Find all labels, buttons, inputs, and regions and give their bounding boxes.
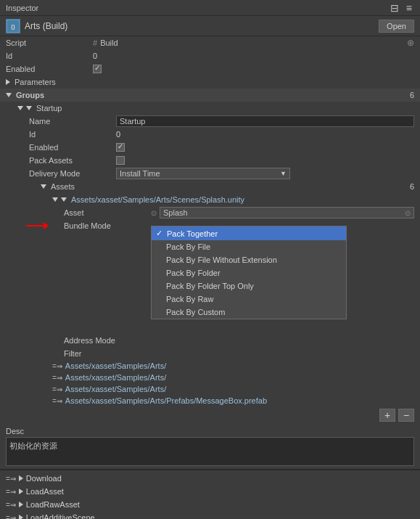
startup-section: Startup Name Id 0 Enabled Pack Assets De…	[0, 102, 420, 406]
svg-text:{}: {}	[11, 23, 15, 30]
extra-asset-path-3: Assets/xasset/Samples/Arts/	[65, 385, 166, 393]
extra-asset-path-2: Assets/xasset/Samples/Arts/	[65, 373, 166, 382]
startup-name-label: Name	[29, 117, 116, 126]
pack-assets-label: Pack Assets	[29, 156, 116, 165]
download-label: Download	[26, 474, 62, 483]
script-add-icon[interactable]: ⊕	[407, 38, 414, 48]
id-row: Id 0	[0, 49, 420, 62]
bottom-item-load-asset[interactable]: =⇒ LoadAsset	[0, 485, 420, 498]
plus-button[interactable]: +	[379, 409, 395, 422]
bundle-mode-container: Bundle Mode Pack Together Pack By File P…	[12, 219, 420, 232]
file-triangle-inner	[61, 197, 67, 202]
assets-left: Assets	[41, 182, 75, 191]
startup-id-row: Id 0	[12, 128, 420, 141]
desc-label: Desc	[6, 427, 414, 436]
bundle-mode-label: Bundle Mode	[64, 221, 151, 230]
arrow-line	[26, 225, 44, 226]
enabled-label: Enabled	[6, 65, 93, 73]
script-row: Script # Build ⊕	[0, 36, 420, 49]
equal-arrow-2: =⇒	[52, 374, 62, 382]
download-arrow: =⇒	[6, 475, 16, 483]
bottom-item-download[interactable]: =⇒ Download	[0, 472, 420, 485]
dropdown-item-pack-together[interactable]: Pack Together	[152, 226, 346, 240]
dropdown-item-pack-by-file-label: Pack By File	[166, 242, 210, 251]
lock-icon[interactable]: ⊟	[388, 2, 401, 14]
extra-asset-path-4: Assets/xasset/Samples/Arts/Prefabs/Messa…	[65, 396, 267, 405]
delivery-mode-label: Delivery Mode	[29, 169, 116, 178]
dropdown-item-pack-by-folder-label: Pack By Folder	[166, 269, 221, 277]
enabled-row: Enabled	[0, 62, 420, 75]
title-bar: {} Arts (Build) Open	[0, 16, 420, 36]
equal-arrow-3: =⇒	[52, 385, 62, 393]
groups-row: Groups 6	[0, 89, 420, 102]
inspector-header: Inspector ⊟ ≡	[0, 0, 420, 16]
minus-button[interactable]: −	[398, 409, 414, 422]
title-bar-left: {} Arts (Build)	[6, 19, 67, 33]
dropdown-menu: Pack Together Pack By File Pack By File …	[151, 226, 347, 319]
startup-triangle-inner	[26, 106, 32, 110]
address-mode-label: Address Mode	[64, 336, 151, 345]
startup-id-label: Id	[29, 130, 116, 139]
arrow-head	[44, 222, 49, 229]
id-value: 0	[93, 52, 414, 60]
delivery-mode-row: Delivery Mode Install Time ▼	[12, 167, 420, 180]
equal-arrow-1: =⇒	[52, 362, 62, 370]
startup-header[interactable]: Startup	[12, 102, 420, 115]
dropdown-item-pack-by-folder-top-only-label: Pack By Folder Top Only	[166, 282, 254, 290]
startup-triangle-outer	[17, 106, 23, 110]
asset-file-row: Assets/xasset/Samples/Arts/Scenes/Splash…	[12, 193, 420, 206]
startup-name-row: Name	[12, 115, 420, 128]
arts-icon: {}	[6, 19, 20, 33]
load-additive-scene-triangle	[19, 515, 23, 519]
enabled-checkbox[interactable]	[93, 65, 102, 73]
menu-icon[interactable]: ≡	[404, 2, 414, 14]
dropdown-item-pack-by-folder-top-only[interactable]: Pack By Folder Top Only	[152, 279, 346, 293]
dropdown-item-pack-by-raw[interactable]: Pack By Raw	[152, 293, 346, 306]
desc-box[interactable]: 初始化的资源	[6, 437, 414, 466]
dropdown-item-pack-by-custom[interactable]: Pack By Custom	[152, 306, 346, 319]
startup-label: Startup	[36, 104, 62, 113]
delivery-mode-value: Install Time	[120, 169, 160, 178]
groups-label: Groups	[16, 91, 44, 99]
bundle-mode-row: Bundle Mode Pack Together Pack By File P…	[12, 219, 420, 232]
header-icons: ⊟ ≡	[388, 2, 414, 14]
bottom-buttons: + −	[0, 406, 420, 424]
pack-assets-row: Pack Assets	[12, 154, 420, 167]
asset-label: Asset	[64, 208, 151, 217]
inspector-title: Inspector	[6, 4, 38, 12]
dropdown-item-pack-by-file-without-ext[interactable]: Pack By File Without Extension	[152, 253, 346, 266]
assets-count: 6	[410, 182, 414, 191]
asset-input-icon: ⊙	[405, 209, 411, 217]
parameters-row[interactable]: Parameters	[0, 75, 420, 89]
dropdown-item-pack-by-file[interactable]: Pack By File	[152, 240, 346, 253]
assets-header-row: Assets 6	[12, 180, 420, 193]
startup-id-value: 0	[116, 130, 120, 139]
load-raw-asset-arrow: =⇒	[6, 501, 16, 509]
dropdown-item-pack-by-raw-label: Pack By Raw	[166, 295, 213, 303]
load-asset-label: LoadAsset	[26, 487, 64, 496]
load-asset-arrow: =⇒	[6, 488, 16, 496]
address-mode-row: Address Mode	[12, 334, 420, 347]
load-additive-scene-arrow: =⇒	[6, 514, 16, 520]
load-raw-asset-triangle	[19, 502, 23, 507]
asset-value: Splash	[163, 208, 188, 217]
load-raw-asset-label: LoadRawAsset	[26, 500, 80, 509]
delivery-mode-select[interactable]: Install Time ▼	[116, 168, 290, 179]
filter-label: Filter	[64, 349, 151, 358]
delivery-mode-arrow: ▼	[280, 170, 287, 177]
dropdown-item-pack-by-folder[interactable]: Pack By Folder	[152, 266, 346, 279]
bottom-item-load-additive-scene[interactable]: =⇒ LoadAdditiveScene	[0, 511, 420, 519]
asset-input-row: ⊙ Splash ⊙	[151, 207, 414, 218]
bottom-items: =⇒ Download =⇒ LoadAsset =⇒ LoadRawAsset…	[0, 470, 420, 519]
bottom-item-load-raw-asset[interactable]: =⇒ LoadRawAsset	[0, 498, 420, 511]
extra-asset-3: =⇒ Assets/xasset/Samples/Arts/	[12, 383, 420, 395]
startup-enabled-checkbox[interactable]	[116, 143, 125, 152]
file-triangle-outer	[52, 197, 58, 202]
open-button[interactable]: Open	[379, 20, 414, 33]
dropdown-item-pack-by-custom-label: Pack By Custom	[166, 308, 225, 316]
filter-row: Filter	[12, 347, 420, 360]
pack-assets-checkbox[interactable]	[116, 156, 125, 165]
dropdown-item-pack-by-file-without-ext-label: Pack By File Without Extension	[166, 256, 277, 264]
asset-input[interactable]: Splash ⊙	[160, 207, 414, 218]
startup-name-input[interactable]	[116, 115, 414, 127]
